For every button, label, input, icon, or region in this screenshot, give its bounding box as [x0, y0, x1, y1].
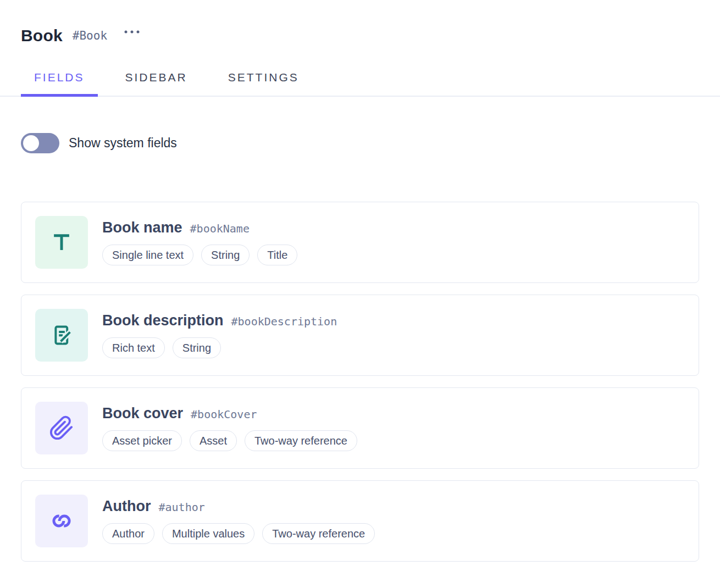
field-body: Book description #bookDescription Rich t…: [102, 312, 337, 358]
paperclip-icon: [35, 402, 88, 454]
field-badge: Asset picker: [102, 430, 182, 451]
field-body: Book cover #bookCover Asset pickerAssetT…: [102, 405, 357, 451]
tab-sidebar[interactable]: SIDEBAR: [112, 62, 201, 96]
field-badge: Asset: [190, 430, 237, 451]
show-system-fields-toggle[interactable]: [21, 133, 59, 153]
tab-settings-label: SETTINGS: [228, 71, 299, 84]
field-title-row: Book name #bookName: [102, 219, 297, 236]
field-api-id: #bookCover: [191, 408, 257, 421]
toggle-knob: [23, 135, 39, 151]
ellipsis-icon: [124, 30, 140, 34]
field-badges: Rich textString: [102, 337, 337, 358]
reference-icon: [35, 495, 88, 547]
field-badges: AuthorMultiple valuesTwo-way reference: [102, 523, 375, 544]
field-badge: Title: [257, 245, 297, 265]
field-badges: Single line textStringTitle: [102, 245, 297, 265]
field-title-row: Book cover #bookCover: [102, 405, 357, 422]
model-api-id: #Book: [73, 29, 107, 42]
field-name: Book name: [102, 219, 182, 236]
show-system-fields-label: Show system fields: [69, 136, 177, 151]
field-badge: Two-way reference: [245, 430, 357, 451]
field-badge: Author: [102, 523, 154, 544]
show-system-fields-row: Show system fields: [21, 133, 699, 153]
field-name: Author: [102, 498, 151, 515]
field-body: Book name #bookName Single line textStri…: [102, 219, 297, 265]
model-header: Book #Book: [21, 25, 699, 46]
tab-fields[interactable]: FIELDS: [21, 62, 98, 96]
tab-fields-label: FIELDS: [34, 71, 85, 84]
field-api-id: #author: [158, 501, 204, 514]
field-badge: Rich text: [102, 337, 165, 358]
field-badge: Single line text: [102, 245, 193, 265]
field-badge: String: [201, 245, 250, 265]
field-api-id: #bookName: [190, 222, 250, 235]
tab-sidebar-label: SIDEBAR: [125, 71, 187, 84]
page-title: Book: [21, 25, 63, 46]
field-body: Author #author AuthorMultiple valuesTwo-…: [102, 498, 375, 544]
field-api-id: #bookDescription: [231, 315, 337, 328]
field-badges: Asset pickerAssetTwo-way reference: [102, 430, 357, 451]
model-menu-button[interactable]: [121, 27, 142, 36]
field-badge: Two-way reference: [262, 523, 375, 544]
field-badge: String: [173, 337, 221, 358]
single-line-text-icon: [35, 216, 88, 269]
field-name: Book cover: [102, 405, 183, 422]
rich-text-icon: [35, 309, 88, 362]
field-card[interactable]: Book description #bookDescription Rich t…: [21, 295, 699, 376]
tab-bar: FIELDS SIDEBAR SETTINGS: [0, 62, 720, 97]
field-title-row: Author #author: [102, 498, 375, 515]
field-name: Book description: [102, 312, 224, 329]
field-card[interactable]: Book cover #bookCover Asset pickerAssetT…: [21, 387, 699, 469]
tab-settings[interactable]: SETTINGS: [215, 62, 312, 96]
field-badge: Multiple values: [162, 523, 254, 544]
field-card[interactable]: Author #author AuthorMultiple valuesTwo-…: [21, 480, 699, 562]
field-title-row: Book description #bookDescription: [102, 312, 337, 329]
field-card[interactable]: Book name #bookName Single line textStri…: [21, 202, 699, 283]
field-list: Book name #bookName Single line textStri…: [21, 202, 699, 562]
model-editor-page: Book #Book FIELDS SIDEBAR SETTINGS Show …: [0, 0, 720, 562]
